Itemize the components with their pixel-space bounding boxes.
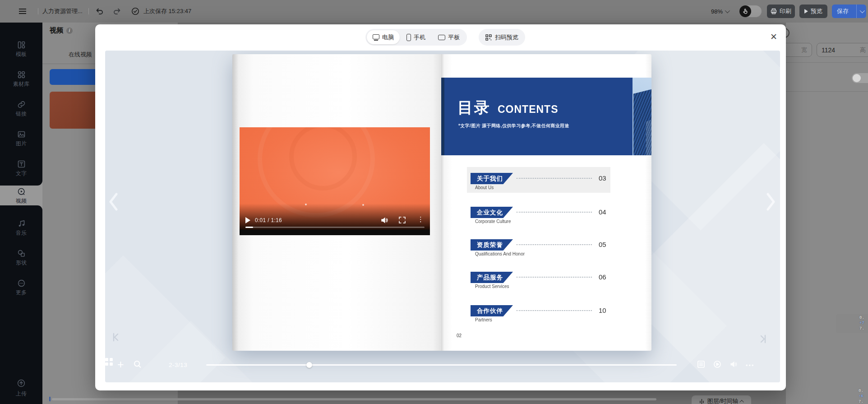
more-options-icon[interactable]: ••• (746, 362, 755, 369)
toc-leader-line (517, 277, 592, 278)
next-page-arrow[interactable] (765, 191, 777, 212)
last-page-icon[interactable] (758, 334, 768, 344)
toc-row[interactable]: 产品服务 06 Product Services (467, 266, 610, 292)
video-progress-track[interactable] (245, 227, 425, 228)
panel-toggle-switch[interactable] (852, 73, 868, 83)
printer-icon (771, 8, 777, 14)
print-button[interactable]: 印刷 (767, 5, 795, 18)
play-icon (804, 9, 808, 14)
app-root: 人力资源管理... 上次保存 15:23:47 98% 印刷 预览 (0, 0, 868, 404)
divider (786, 62, 868, 63)
chevron-down-icon (859, 8, 864, 13)
touch-mode-toggle[interactable] (739, 5, 762, 17)
height-field[interactable]: 1124 高 (817, 43, 868, 57)
tab-online-video[interactable]: 在线视频 (69, 51, 92, 59)
sidebar-item-upload[interactable]: 上传 (0, 376, 42, 401)
video-menu-icon[interactable]: ⋮ (417, 215, 424, 223)
toc-page-number: 03 (599, 174, 614, 182)
sidebar-item-shape[interactable]: 形状 (0, 240, 42, 270)
scrollbar-indicator (49, 397, 51, 401)
device-toggle-group: 电脑 手机 平板 (365, 29, 467, 46)
sidebar-item-label: 更多 (16, 290, 27, 295)
thumbnails-grid-icon[interactable] (105, 358, 113, 366)
sound-icon[interactable] (729, 360, 738, 370)
height-value: 1124 (822, 46, 835, 54)
left-page: 0:01 / 1:16 ⋮ (232, 54, 441, 351)
undo-icon[interactable] (95, 0, 104, 23)
toc-row[interactable]: 合作伙伴 10 Partners (467, 299, 610, 325)
last-saved-status: 上次保存 15:23:47 (143, 0, 191, 23)
layers-timeline-button[interactable]: 图层/时间轴 (692, 395, 751, 404)
sidebar-item-more[interactable]: 更多 (0, 270, 42, 300)
autoplay-icon[interactable] (713, 360, 721, 370)
video-controls: 0:01 / 1:16 ⋮ (240, 214, 430, 226)
device-tab-phone[interactable]: 手机 (401, 30, 431, 44)
toc-row[interactable]: 资质荣誉 05 Qualifications And Honor (467, 233, 610, 259)
sidebar-item-image[interactable]: 图片 (0, 121, 42, 151)
width-suffix-label: 宽 (801, 46, 807, 54)
qr-preview-label: 扫码预览 (495, 33, 518, 42)
page-slider[interactable] (206, 364, 677, 366)
zoom-in-icon[interactable]: + (117, 358, 124, 370)
toc-page-number: 06 (599, 273, 614, 281)
toc-row[interactable]: 关于我们 03 About Us (467, 167, 610, 193)
divider (88, 8, 89, 14)
preview-button[interactable]: 预览 (799, 5, 827, 18)
save-button[interactable]: 保存 (832, 5, 866, 18)
flipbook-preview-area: 0:01 / 1:16 ⋮ (105, 51, 780, 382)
sidebar-item-label: 上传 (16, 390, 27, 398)
sidebar-item-assets[interactable]: 素材库 (0, 61, 42, 91)
video-bottom-bar (240, 230, 430, 235)
document-title[interactable]: 人力资源管理... (42, 0, 88, 23)
save-options-dropdown[interactable] (856, 5, 866, 18)
preview-label: 预览 (811, 7, 822, 15)
menu-icon[interactable] (18, 0, 27, 23)
video-play-button[interactable] (245, 217, 250, 223)
first-page-icon[interactable] (111, 332, 120, 342)
music-icon (17, 219, 26, 228)
sidebar-item-label: 音乐 (16, 230, 27, 236)
toc-entry-tag: 企业文化 (471, 207, 513, 218)
toc-entry-tag: 关于我们 (471, 173, 513, 184)
magnifier-icon[interactable] (133, 360, 142, 371)
divider (786, 91, 868, 92)
volume-icon[interactable] (380, 216, 388, 226)
fullscreen-icon[interactable] (398, 216, 406, 226)
top-toolbar: 人力资源管理... 上次保存 15:23:47 98% 印刷 预览 (0, 0, 868, 23)
toc-leader-line (517, 244, 592, 245)
video-time-display: 0:01 / 1:16 (255, 217, 282, 223)
text-icon (17, 160, 26, 168)
chevron-down-icon (725, 8, 730, 13)
banner-edge-stripe (441, 78, 444, 155)
page-slider-thumb[interactable] (306, 362, 312, 368)
device-tab-tablet[interactable]: 平板 (432, 30, 466, 44)
toc-entry-tag: 合作伙伴 (471, 305, 513, 316)
sidebar-item-link[interactable]: 链接 (0, 91, 42, 121)
toc-page-number: 05 (599, 241, 614, 248)
timeline-icon (699, 399, 705, 404)
sidebar-item-video[interactable]: 视频 (0, 181, 42, 210)
upload-icon (17, 379, 26, 388)
phone-icon (406, 34, 411, 41)
zoom-level-dropdown[interactable]: 98% (711, 0, 729, 23)
embedded-video-player[interactable]: 0:01 / 1:16 ⋮ (240, 127, 430, 235)
device-tab-monitor[interactable]: 电脑 (367, 30, 400, 44)
sidebar-item-template[interactable]: 模板 (0, 32, 42, 61)
print-label: 印刷 (780, 7, 791, 15)
preview-modal: 电脑 手机 平板 扫码预览 ✕ (95, 24, 786, 390)
sidebar-item-text[interactable]: 文字 (0, 151, 42, 181)
info-icon[interactable]: i (66, 28, 73, 34)
prev-page-arrow[interactable] (107, 191, 120, 212)
close-icon[interactable]: ✕ (767, 30, 780, 43)
table-of-contents-icon[interactable] (697, 360, 705, 370)
redo-icon[interactable] (113, 0, 122, 23)
flipbook-spread: 0:01 / 1:16 ⋮ (232, 54, 651, 351)
qr-preview-button[interactable]: 扫码预览 (479, 29, 525, 46)
toc-row[interactable]: 企业文化 04 Corporate Culture (467, 201, 610, 227)
sidebar-item-music[interactable]: 音乐 (0, 210, 42, 240)
device-tab-label: 电脑 (382, 33, 394, 42)
page-indicator: 2-3/13 (169, 362, 187, 368)
device-tab-label: 平板 (448, 33, 460, 42)
chevron-up-icon (739, 399, 744, 404)
horizontal-scrollbar[interactable] (52, 398, 656, 400)
